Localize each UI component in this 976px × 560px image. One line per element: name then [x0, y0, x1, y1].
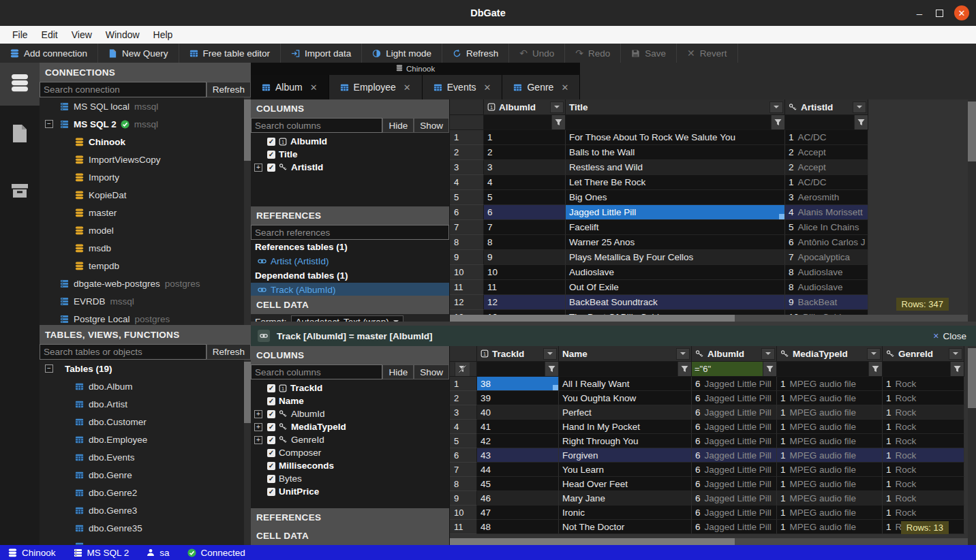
cell[interactable]: 2	[484, 145, 566, 160]
expand-icon[interactable]: +	[254, 164, 262, 172]
tables-refresh-button[interactable]: Refresh	[207, 344, 251, 360]
connection-item-tempdb[interactable]: tempdb	[40, 257, 251, 275]
cell[interactable]: 47	[477, 505, 559, 520]
column-menu-button[interactable]	[853, 102, 866, 113]
cell[interactable]: 6Jagged Little Pill	[692, 377, 777, 391]
cell[interactable]: Balls to the Wall	[566, 145, 785, 160]
cell[interactable]: 4Alanis Morissett	[785, 205, 868, 220]
cell[interactable]: 6Jagged Little Pill	[692, 491, 777, 505]
toolbar-new-query-button[interactable]: New Query	[98, 44, 179, 63]
columns-search-input[interactable]	[251, 364, 382, 379]
cell[interactable]: 38	[477, 377, 559, 391]
cell[interactable]: 43	[477, 448, 559, 463]
filter-input-artistid[interactable]	[785, 115, 854, 129]
column-checkbox[interactable]: ✓	[267, 138, 275, 146]
cell[interactable]: Jagged Little Pill	[566, 205, 785, 220]
filter-icon[interactable]	[950, 362, 964, 376]
table-item-dbo-genre3[interactable]: dbo.Genre3	[40, 501, 251, 519]
row-number[interactable]: 10	[450, 265, 484, 280]
cell[interactable]: 3	[484, 160, 566, 175]
cell[interactable]: 1Rock	[883, 420, 964, 434]
cell[interactable]: 1Rock	[883, 463, 964, 477]
cell[interactable]: All I Really Want	[559, 377, 692, 391]
format-select[interactable]: Autodetect Text (wrap)	[291, 315, 403, 322]
cell[interactable]: 48	[477, 520, 559, 534]
minimize-button[interactable]: –	[914, 7, 925, 19]
horizontal-scrollbar[interactable]	[450, 538, 968, 545]
cell[interactable]: Let There Be Rock	[566, 175, 785, 190]
cell[interactable]: Audioslave	[566, 265, 785, 280]
expand-icon[interactable]: +	[254, 410, 262, 418]
connection-item-importy[interactable]: Importy	[40, 168, 251, 186]
row-number[interactable]: 4	[450, 175, 484, 190]
cell[interactable]: 1Rock	[883, 391, 964, 405]
cell[interactable]: Plays Metallica By Four Cellos	[566, 250, 785, 265]
column-item-composer[interactable]: ✓Composer	[251, 446, 449, 459]
celldata-section-header[interactable]: CELL DATA	[251, 527, 449, 545]
cell[interactable]: 6Jagged Little Pill	[692, 463, 777, 477]
column-header-artistid[interactable]: ArtistId	[785, 99, 868, 115]
column-checkbox[interactable]: ✓	[267, 423, 275, 431]
row-number[interactable]: 2	[450, 391, 477, 405]
scrollbar[interactable]	[244, 97, 251, 325]
filter-icon[interactable]	[854, 115, 868, 129]
cell[interactable]: 1Rock	[883, 448, 964, 463]
cell[interactable]: 12	[484, 295, 566, 310]
cell[interactable]: 42	[477, 434, 559, 448]
menu-edit[interactable]: Edit	[35, 29, 65, 40]
tab-employee[interactable]: Employee✕	[329, 75, 423, 99]
column-item-unitprice[interactable]: ✓UnitPrice	[251, 485, 449, 498]
row-number[interactable]: 12	[450, 295, 484, 310]
rail-archive-button[interactable]	[0, 163, 40, 220]
cell[interactable]: The Best Of Billy Cobham	[566, 310, 785, 315]
toolbar-revert-button[interactable]: ✕Revert	[677, 44, 738, 63]
column-checkbox[interactable]: ✓	[267, 475, 275, 483]
row-number[interactable]: 2	[450, 145, 484, 160]
column-header-mediatypeid[interactable]: MediaTypeId	[777, 346, 883, 362]
cell[interactable]: 1MPEG audio file	[777, 505, 883, 520]
filter-input-albumid[interactable]	[692, 362, 763, 376]
hide-button[interactable]: Hide	[382, 118, 414, 133]
table-item-dbo-genre35[interactable]: dbo.Genre35	[40, 519, 251, 537]
table-item-dbo-employee[interactable]: dbo.Employee	[40, 431, 251, 448]
column-checkbox[interactable]: ✓	[267, 397, 275, 405]
row-number[interactable]: 8	[450, 235, 484, 250]
filter-icon[interactable]	[551, 115, 565, 129]
expand-icon[interactable]: +	[254, 423, 262, 431]
cell[interactable]: 44	[477, 463, 559, 477]
column-item-albumid[interactable]: +✓AlbumId	[251, 407, 449, 420]
column-checkbox[interactable]: ✓	[267, 436, 275, 444]
cell[interactable]: 2Accept	[785, 145, 868, 160]
connection-item-kopiedat[interactable]: KopieDat	[40, 186, 251, 204]
reference-link-track-albumid-[interactable]: Track (AlbumId)	[251, 283, 449, 296]
tab-events[interactable]: Events✕	[423, 75, 503, 99]
column-header-name[interactable]: Name	[559, 346, 692, 362]
cell[interactable]: Hand In My Pocket	[559, 420, 692, 434]
close-icon[interactable]: ✕	[403, 82, 411, 93]
cell[interactable]: Perfect	[559, 405, 692, 420]
vertical-scrollbar[interactable]	[968, 99, 976, 322]
toolbar-light-mode-button[interactable]: Light mode	[362, 44, 442, 63]
cell[interactable]: Mary Jane	[559, 491, 692, 505]
column-header-genreid[interactable]: GenreId	[883, 346, 964, 362]
selection-handle[interactable]	[553, 385, 558, 390]
menu-view[interactable]: View	[65, 29, 99, 40]
row-number[interactable]: 8	[450, 477, 477, 491]
cell[interactable]: 8	[484, 235, 566, 250]
filter-input-title[interactable]	[566, 115, 771, 129]
tables-header[interactable]: TABLES, VIEWS, FUNCTIONS	[40, 325, 251, 344]
cell[interactable]: 1MPEG audio file	[777, 463, 883, 477]
cell[interactable]: Not The Doctor	[559, 520, 692, 534]
row-number[interactable]: 6	[450, 205, 484, 220]
show-button[interactable]: Show	[414, 364, 449, 379]
row-number[interactable]: 4	[450, 420, 477, 434]
rail-file-button[interactable]	[0, 106, 40, 163]
cell[interactable]: 8Audioslave	[785, 265, 868, 280]
connection-item-master[interactable]: master	[40, 204, 251, 221]
cell[interactable]: 46	[477, 491, 559, 505]
cell[interactable]: 10	[484, 265, 566, 280]
columns-search-input[interactable]	[251, 118, 382, 133]
tab-genre[interactable]: Genre✕	[502, 75, 580, 99]
cell[interactable]: 9BackBeat	[785, 295, 868, 310]
row-number[interactable]: 11	[450, 520, 477, 534]
